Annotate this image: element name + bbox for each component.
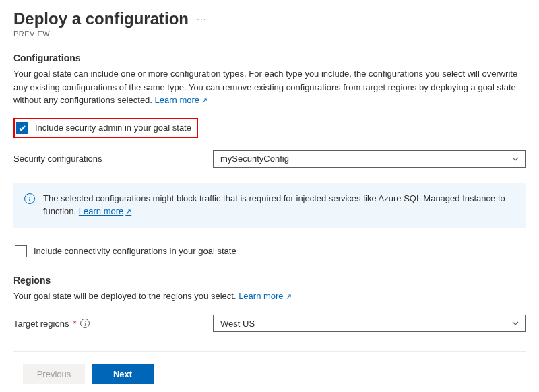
include-connectivity-checkbox[interactable] (15, 245, 27, 257)
external-link-icon: ↗ (201, 96, 208, 104)
required-indicator: * (73, 319, 76, 329)
target-regions-value: West US (220, 319, 255, 329)
chevron-down-icon (511, 155, 519, 163)
page-title: Deploy a configuration (13, 9, 189, 28)
next-button[interactable]: Next (92, 364, 154, 384)
target-regions-label: Target regions * i (13, 319, 213, 329)
chevron-down-icon (511, 319, 519, 327)
include-security-label: Include security admin in your goal stat… (35, 123, 191, 133)
regions-learn-more-link[interactable]: Learn more↗ (239, 291, 291, 301)
configurations-description: Your goal state can include one or more … (13, 67, 526, 107)
info-icon: i (24, 193, 35, 204)
info-icon[interactable]: i (80, 319, 90, 328)
security-config-value: mySecurityConfig (220, 154, 289, 164)
check-icon (18, 124, 26, 132)
target-regions-dropdown[interactable]: West US (213, 315, 526, 332)
external-link-icon: ↗ (125, 207, 131, 216)
preview-badge: PREVIEW (13, 30, 526, 38)
configurations-learn-more-link[interactable]: Learn more↗ (155, 95, 208, 105)
external-link-icon: ↗ (286, 292, 292, 300)
security-config-dropdown[interactable]: mySecurityConfig (213, 150, 526, 168)
more-actions-icon[interactable]: ··· (197, 13, 207, 24)
regions-heading: Regions (13, 275, 526, 286)
footer-bar: Previous Next (13, 364, 526, 384)
configurations-heading: Configurations (13, 53, 526, 63)
security-config-label: Security configurations (13, 154, 213, 164)
info-banner: i The selected configurations might bloc… (13, 183, 526, 228)
include-security-checkbox[interactable] (16, 122, 28, 134)
include-connectivity-row[interactable]: Include connectivity configurations in y… (13, 242, 242, 260)
info-banner-learn-more-link[interactable]: Learn more↗ (79, 206, 131, 216)
previous-button[interactable]: Previous (23, 364, 85, 384)
footer-divider (13, 351, 526, 352)
include-connectivity-label: Include connectivity configurations in y… (34, 246, 236, 256)
regions-description: Your goal state will be deployed to the … (13, 290, 526, 303)
include-security-row[interactable]: Include security admin in your goal stat… (13, 118, 198, 138)
